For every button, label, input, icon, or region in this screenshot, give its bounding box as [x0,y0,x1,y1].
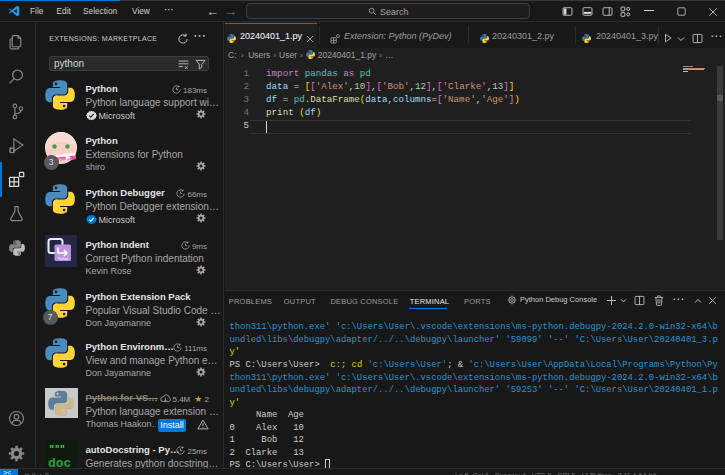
svg-text:Python: Python [58,257,68,261]
svg-text:doc: doc [48,456,72,468]
svg-text:""": """ [49,445,65,455]
